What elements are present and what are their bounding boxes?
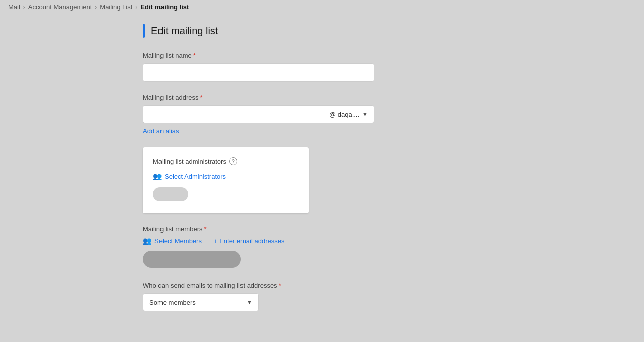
members-section: Mailing list members * 👥 Select Members … <box>143 225 501 269</box>
add-alias-link[interactable]: Add an alias <box>143 127 179 135</box>
breadcrumb: Mail › Account Management › Mailing List… <box>0 0 644 14</box>
administrator-pill-placeholder <box>153 187 188 201</box>
main-content: Edit mailing list Mailing list name * Ma… <box>131 14 513 333</box>
breadcrumb-mailing-list[interactable]: Mailing List <box>100 3 132 11</box>
member-pill-placeholder <box>143 251 241 268</box>
members-label: Mailing list members * <box>143 225 501 233</box>
breadcrumb-sep-3: › <box>135 4 137 11</box>
help-icon[interactable]: ? <box>229 157 237 165</box>
chevron-down-icon: ▼ <box>362 111 368 117</box>
mailing-list-address-label: Mailing list address * <box>143 94 501 101</box>
select-members-link[interactable]: 👥 Select Members <box>143 237 202 245</box>
name-required-star: * <box>193 52 196 59</box>
page-title-container: Edit mailing list <box>143 24 501 38</box>
breadcrumb-sep-1: › <box>23 4 25 11</box>
who-can-send-value: Some members <box>149 299 196 306</box>
domain-label: @ daqa.... <box>329 111 359 118</box>
breadcrumb-account-management[interactable]: Account Management <box>28 3 92 11</box>
mailing-list-name-label: Mailing list name * <box>143 52 501 59</box>
who-can-send-label: Who can send emails to mailing list addr… <box>143 282 501 289</box>
mailing-list-address-section: Mailing list address * @ daqa.... ▼ Add … <box>143 94 501 135</box>
select-administrators-link[interactable]: 👥 Select Administrators <box>153 172 226 180</box>
breadcrumb-mail[interactable]: Mail <box>8 3 20 11</box>
members-required-star: * <box>204 225 206 233</box>
page-title: Edit mailing list <box>151 25 218 37</box>
send-required-star: * <box>279 282 281 289</box>
send-chevron-down-icon: ▼ <box>247 299 252 305</box>
domain-select[interactable]: @ daqa.... ▼ <box>323 105 374 123</box>
enter-email-link[interactable]: + Enter email addresses <box>212 237 285 245</box>
mailing-list-address-input[interactable] <box>143 105 323 123</box>
people-icon: 👥 <box>153 172 162 180</box>
mailing-list-name-input[interactable] <box>143 63 374 82</box>
who-can-send-section: Who can send emails to mailing list addr… <box>143 282 501 311</box>
administrators-card: Mailing list administrators ? 👥 Select A… <box>143 147 309 213</box>
who-can-send-select[interactable]: Some members ▼ <box>143 293 259 311</box>
members-people-icon: 👥 <box>143 237 151 245</box>
breadcrumb-edit-mailing-list: Edit mailing list <box>140 3 189 11</box>
address-required-star: * <box>200 94 203 101</box>
title-bar-accent <box>143 24 145 38</box>
administrators-label: Mailing list administrators ? <box>153 157 299 165</box>
address-row: @ daqa.... ▼ <box>143 105 374 123</box>
breadcrumb-sep-2: › <box>95 4 97 11</box>
mailing-list-name-section: Mailing list name * <box>143 52 501 82</box>
members-actions: 👥 Select Members + Enter email addresses <box>143 237 501 245</box>
